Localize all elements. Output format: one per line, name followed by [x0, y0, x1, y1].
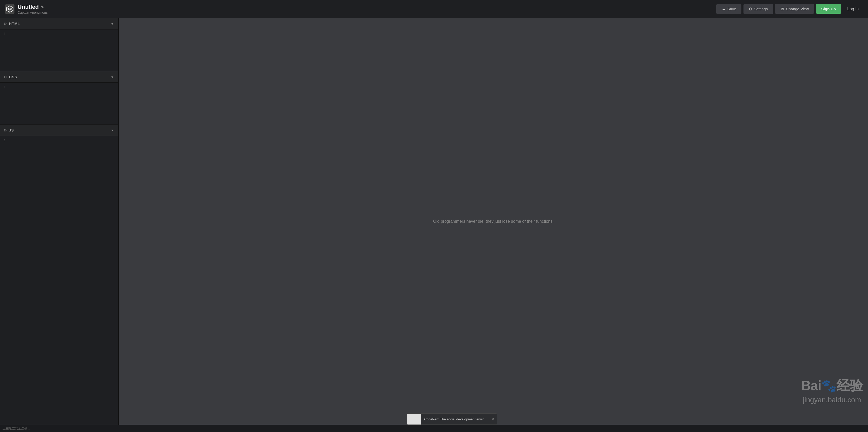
save-label: Save — [727, 7, 736, 11]
css-panel-title: CSS — [9, 75, 17, 79]
html-editor-body[interactable]: 1 — [0, 29, 118, 71]
gear-settings-icon: ⚙ — [749, 7, 752, 11]
chevron-down-icon: ▾ — [111, 128, 113, 132]
main-area: ⚙ HTML ▾ 1 ⚙ CSS ▾ — [0, 18, 868, 425]
change-view-button[interactable]: 🖥 Change View — [775, 4, 814, 14]
css-panel: ⚙ CSS ▾ 1 — [0, 71, 118, 125]
css-gear-icon[interactable]: ⚙ — [4, 75, 7, 79]
toast-notification: CodePen: The social development envir...… — [407, 413, 497, 425]
login-button[interactable]: Log In — [843, 4, 863, 14]
chevron-down-icon: ▾ — [111, 22, 113, 26]
header-left: Untitled ✎ Captain Anonymous — [5, 4, 716, 14]
js-panel: ⚙ JS ▾ 1 — [0, 125, 118, 425]
css-panel-header-left: ⚙ CSS — [4, 75, 17, 79]
html-panel: ⚙ HTML ▾ 1 — [0, 18, 118, 71]
header-actions: ☁ Save ⚙ Settings 🖥 Change View Sign Up … — [716, 4, 863, 14]
baidu-paw-icon: 🐾 — [821, 379, 836, 393]
editors-panel: ⚙ HTML ▾ 1 ⚙ CSS ▾ — [0, 18, 119, 425]
html-gear-icon[interactable]: ⚙ — [4, 22, 7, 26]
codepen-logo-icon — [5, 4, 14, 14]
toast-close-button[interactable]: × — [489, 415, 497, 423]
signup-button[interactable]: Sign Up — [816, 4, 841, 14]
html-panel-header: ⚙ HTML ▾ — [0, 18, 118, 29]
status-bar: 正在建立安全连接... — [0, 425, 868, 432]
baidu-text-part: Bai — [801, 378, 821, 393]
baidu-watermark: Bai🐾经验 jingyan.baidu.com — [801, 377, 863, 404]
login-label: Log In — [847, 7, 859, 11]
change-view-label: Change View — [786, 7, 809, 11]
html-collapse-button[interactable]: ▾ — [110, 21, 115, 27]
edit-title-icon[interactable]: ✎ — [41, 5, 44, 9]
baidu-logo-text: Bai🐾经验 — [801, 377, 863, 395]
html-panel-title: HTML — [9, 22, 20, 26]
css-editor-body[interactable]: 1 — [0, 83, 118, 124]
js-gear-icon[interactable]: ⚙ — [4, 128, 7, 132]
baidu-subtitle-text: jingyan.baidu.com — [801, 396, 863, 404]
preview-quote-text: Old programmers never die; they just los… — [428, 214, 559, 229]
title-text: Untitled — [18, 4, 39, 10]
settings-button[interactable]: ⚙ Settings — [743, 4, 773, 14]
js-collapse-button[interactable]: ▾ — [110, 127, 115, 133]
js-line-number: 1 — [4, 138, 6, 142]
js-editor-body[interactable]: 1 — [0, 136, 118, 425]
toast-thumbnail — [407, 414, 421, 425]
css-collapse-button[interactable]: ▾ — [110, 74, 115, 80]
js-panel-header: ⚙ JS ▾ — [0, 125, 118, 136]
css-line-number: 1 — [4, 85, 6, 89]
monitor-icon: 🖥 — [780, 7, 784, 11]
signup-label: Sign Up — [821, 7, 836, 11]
html-line-number: 1 — [4, 32, 6, 36]
cloud-icon: ☁ — [721, 7, 725, 11]
status-text: 正在建立安全连接... — [3, 426, 30, 431]
preview-panel: Old programmers never die; they just los… — [119, 18, 868, 425]
toast-text: CodePen: The social development envir... — [421, 416, 489, 423]
settings-label: Settings — [754, 7, 768, 11]
app-header: Untitled ✎ Captain Anonymous ☁ Save ⚙ Se… — [0, 0, 868, 18]
header-title-block: Untitled ✎ Captain Anonymous — [18, 4, 48, 14]
js-panel-header-left: ⚙ JS — [4, 128, 14, 132]
project-title: Untitled ✎ — [18, 4, 48, 10]
chevron-down-icon: ▾ — [111, 75, 113, 79]
save-button[interactable]: ☁ Save — [716, 4, 741, 14]
html-panel-header-left: ⚙ HTML — [4, 22, 20, 26]
author-name: Captain Anonymous — [18, 10, 48, 14]
baidu-suffix: 经验 — [836, 378, 863, 393]
css-panel-header: ⚙ CSS ▾ — [0, 71, 118, 83]
js-panel-title: JS — [9, 128, 14, 132]
